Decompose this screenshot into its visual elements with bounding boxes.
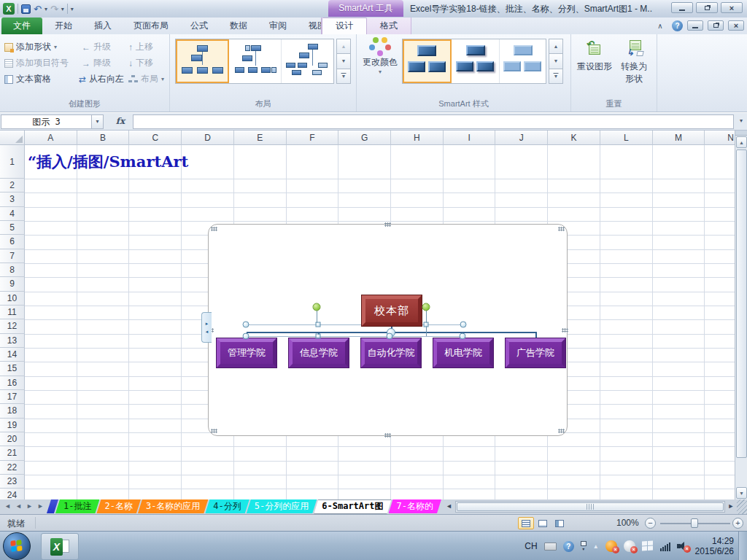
smartart-root-shape[interactable]: 校本部 — [362, 295, 422, 326]
smartart-child-shape[interactable]: 广告学院 — [506, 338, 565, 368]
minimize-button[interactable] — [671, 2, 693, 13]
doc-close-button[interactable]: × — [728, 20, 744, 31]
sheet-tab[interactable]: 1-批注 — [55, 499, 99, 513]
selected-connector[interactable] — [246, 324, 463, 325]
customize-qat-icon[interactable]: ▾ — [71, 6, 74, 12]
frame-handle[interactable] — [211, 227, 217, 231]
gallery-up-icon[interactable]: ▲ — [549, 39, 563, 54]
style-thumbnail[interactable] — [452, 39, 500, 83]
scroll-down-icon[interactable]: ▼ — [736, 487, 747, 499]
frame-handle[interactable] — [558, 429, 565, 433]
row-header[interactable]: 14 — [0, 348, 25, 362]
gallery-down-icon[interactable]: ▼ — [549, 54, 563, 69]
style-thumbnail[interactable] — [500, 39, 546, 83]
midpoint-handle[interactable] — [316, 322, 321, 327]
action-center-icon[interactable]: × — [605, 540, 617, 552]
column-header[interactable]: F — [287, 131, 339, 145]
row-header[interactable]: 5 — [0, 221, 25, 235]
frame-handle[interactable] — [384, 433, 391, 438]
add-shape-button[interactable]: 添加形状 ▾ — [4, 41, 57, 53]
language-indicator[interactable]: CH — [525, 541, 537, 551]
network-signal-icon[interactable] — [660, 542, 670, 551]
column-header[interactable]: C — [129, 131, 182, 145]
tab-file[interactable]: 文件 — [1, 18, 42, 34]
hscroll-left-icon[interactable]: ◄ — [444, 502, 454, 511]
ribbon-tab[interactable]: 审阅 — [258, 18, 298, 34]
selected-connector[interactable] — [246, 336, 462, 337]
volume-muted-icon[interactable]: × — [677, 541, 689, 551]
change-colors-button[interactable]: 更改颜色 ▾ — [360, 37, 400, 75]
column-header[interactable]: G — [338, 131, 391, 145]
convert-to-shapes-button[interactable]: ↳ 转换为 形状 — [615, 40, 653, 85]
column-header[interactable]: M — [653, 131, 705, 145]
insert-function-button[interactable]: fx — [109, 114, 131, 129]
move-down-button[interactable]: ↓ 下移 — [128, 57, 153, 69]
zoom-in-button[interactable]: + — [732, 518, 743, 529]
reset-graphic-button[interactable]: ↶ 重设图形 — [576, 40, 614, 73]
restore-button[interactable] — [696, 2, 718, 13]
row-header[interactable]: 12 — [0, 319, 25, 333]
save-icon[interactable] — [21, 4, 31, 14]
add-bullet-button[interactable]: 添加项目符号 — [4, 57, 69, 69]
undo-dropdown-icon[interactable]: ▾ — [44, 6, 47, 12]
frame-handle[interactable] — [384, 222, 391, 227]
excel-app-icon[interactable]: X — [3, 3, 15, 15]
row-header[interactable]: 23 — [0, 475, 25, 489]
row-header[interactable]: 13 — [0, 334, 25, 348]
column-header[interactable]: L — [600, 131, 653, 145]
tray-window-icon[interactable]: ▾ — [581, 541, 587, 551]
sheet-tab[interactable]: 4-分列 — [205, 499, 249, 513]
right-to-left-button[interactable]: ⇄ 从右向左 — [79, 73, 124, 85]
row-header[interactable]: 19 — [0, 419, 25, 432]
formula-input[interactable] — [133, 114, 734, 129]
endpoint-handle[interactable] — [243, 322, 249, 328]
ribbon-tab[interactable]: 数据 — [219, 18, 258, 34]
tab-design[interactable]: 设计 — [322, 18, 367, 34]
ribbon-tab[interactable]: 公式 — [179, 18, 219, 34]
column-header[interactable]: I — [444, 131, 496, 145]
row-header[interactable]: 15 — [0, 362, 25, 376]
name-box-dropdown-icon[interactable]: ▾ — [92, 114, 104, 129]
text-pane-button[interactable]: 文本窗格 — [4, 73, 51, 85]
rotation-handle[interactable] — [313, 303, 321, 311]
name-box[interactable]: 图示 3 — [1, 114, 92, 129]
row-header[interactable]: 16 — [0, 376, 25, 390]
column-header[interactable]: D — [182, 131, 234, 145]
gallery-up-icon[interactable]: ▲ — [336, 39, 351, 54]
smartart-child-shape[interactable]: 机电学院 — [433, 338, 493, 368]
scroll-up-icon[interactable]: ▲ — [736, 136, 747, 148]
smartart-canvas[interactable]: 校本部 管理学院信息学院自动化学院机电学院广告学院 — [208, 224, 568, 436]
ribbon-tab[interactable]: 插入 — [83, 18, 123, 34]
page-layout-view-button[interactable] — [535, 517, 551, 529]
midpoint-handle[interactable] — [316, 334, 321, 339]
last-sheet-icon[interactable]: ► — [36, 502, 45, 511]
undo-icon[interactable]: ↶ — [34, 4, 42, 14]
layout-button[interactable]: 布局 ▾ — [128, 73, 164, 85]
row-header[interactable]: 18 — [0, 404, 25, 418]
sheet-tab[interactable]: 5-分列的应用 — [247, 499, 317, 513]
endpoint-handle[interactable] — [460, 333, 466, 340]
row-header[interactable]: 10 — [0, 292, 25, 306]
row-header[interactable]: 6 — [0, 235, 25, 249]
zoom-level[interactable]: 100% — [616, 518, 639, 528]
sheet-tab[interactable]: 2-名称 — [96, 499, 140, 513]
tab-format[interactable]: 格式 — [367, 18, 411, 34]
row-header[interactable]: 11 — [0, 306, 25, 319]
gallery-more-icon[interactable]: ▼ — [549, 69, 563, 84]
taskbar-clock[interactable]: 14:29 2015/6/26 — [695, 536, 734, 556]
column-header[interactable]: K — [548, 131, 600, 145]
column-header[interactable]: E — [234, 131, 287, 145]
layout-thumbnail[interactable] — [282, 39, 333, 83]
row-header[interactable]: 21 — [0, 446, 25, 460]
row-header[interactable]: 2 — [0, 179, 25, 192]
row-header[interactable]: 17 — [0, 390, 25, 404]
demote-button[interactable]: → 降级 — [82, 57, 111, 69]
split-handle[interactable] — [735, 131, 747, 136]
ribbon-tab[interactable]: 开始 — [44, 18, 83, 34]
close-button[interactable]: × — [721, 2, 743, 13]
endpoint-handle[interactable] — [243, 333, 249, 340]
row-header[interactable]: 7 — [0, 249, 25, 263]
next-sheet-icon[interactable]: ► — [25, 502, 34, 511]
row-header[interactable]: 24 — [0, 489, 25, 499]
ribbon-tab[interactable]: 页面布局 — [123, 18, 179, 34]
